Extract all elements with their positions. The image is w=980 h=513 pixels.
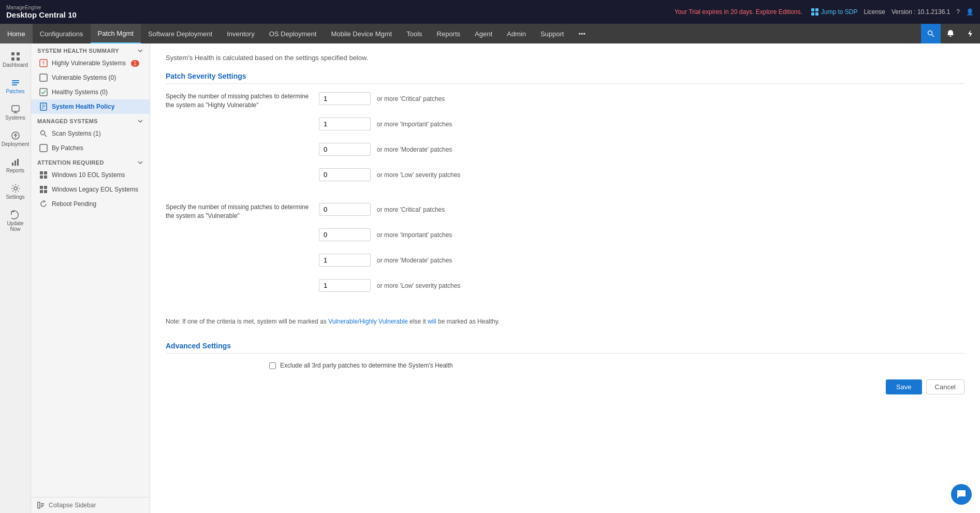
sidebar-icon-deployment-label: Deployment	[2, 141, 29, 147]
brand-bottom: Desktop Central 10	[6, 10, 77, 19]
v-low-row: or more 'Low' severity patches	[319, 279, 460, 292]
top-bar: ManageEngine Desktop Central 10 Your Tri…	[0, 0, 980, 24]
hv-important-row: or more 'Important' patches	[319, 118, 460, 130]
sidebar-icon-reports-label: Reports	[6, 168, 24, 173]
svg-rect-38	[44, 175, 47, 179]
svg-rect-43	[38, 502, 40, 508]
highly-vulnerable-label: Specify the number of missing patches to…	[166, 92, 311, 110]
sidebar-section-health-summary[interactable]: System Health Summary	[31, 43, 150, 56]
save-button[interactable]: Save	[886, 379, 922, 394]
intro-text: System's Health is calculated based on t…	[166, 54, 964, 62]
hv-critical-input[interactable]	[319, 92, 371, 105]
v-critical-suffix: or more 'Critical' patches	[377, 206, 445, 213]
hv-moderate-suffix: or more 'Moderate' patches	[377, 146, 452, 153]
nav-support[interactable]: Support	[533, 24, 572, 43]
nav-software-deployment[interactable]: Software Deployment	[141, 24, 220, 43]
svg-line-33	[45, 135, 47, 137]
nav-home[interactable]: Home	[0, 24, 33, 43]
sidebar-item-legacy-eol[interactable]: Windows Legacy EOL Systems	[31, 182, 150, 197]
hv-important-input[interactable]	[319, 118, 371, 130]
sidebar-item-health-policy-label: System Health Policy	[52, 103, 114, 110]
svg-rect-27	[40, 89, 47, 96]
hv-moderate-input[interactable]	[319, 143, 371, 156]
form-buttons: Save Cancel	[166, 379, 964, 394]
svg-rect-26	[40, 74, 47, 81]
nav-patch-mgmt[interactable]: Patch Mgmt	[91, 24, 141, 43]
svg-rect-10	[17, 57, 20, 61]
nav-admin[interactable]: Admin	[500, 24, 533, 43]
svg-rect-35	[40, 171, 43, 174]
brand-top: ManageEngine	[6, 5, 77, 10]
sidebar-icon-systems[interactable]: Systems	[0, 100, 31, 125]
user-icon[interactable]: 👤	[966, 8, 974, 16]
v-moderate-input[interactable]	[319, 254, 371, 267]
sidebar-section-health-summary-label: System Health Summary	[37, 48, 119, 54]
exclude-3rdparty-checkbox[interactable]	[269, 362, 276, 369]
sidebar-item-vulnerable-label: Vulnerable Systems (0)	[52, 74, 116, 81]
collapse-sidebar[interactable]: Collapse Sidebar	[31, 497, 150, 513]
svg-rect-20	[14, 160, 16, 166]
chat-bubble[interactable]	[951, 484, 972, 505]
v-moderate-row: or more 'Moderate' patches	[319, 254, 460, 267]
sidebar-icon-settings[interactable]: Settings	[0, 180, 31, 204]
v-moderate-suffix: or more 'Moderate' patches	[377, 257, 452, 264]
v-critical-input[interactable]	[319, 203, 371, 216]
trial-notice[interactable]: Your Trial expires in 20 days. Explore E…	[675, 8, 802, 16]
nav-configurations[interactable]: Configurations	[33, 24, 91, 43]
vulnerable-link[interactable]: Vulnerable/Highly Vulnerable	[328, 318, 408, 325]
help-icon[interactable]: ?	[956, 8, 960, 16]
v-low-input[interactable]	[319, 279, 371, 292]
hv-important-suffix: or more 'Important' patches	[377, 121, 452, 128]
sidebar-item-win10-eol-label: Windows 10 EOL Systems	[52, 171, 125, 179]
nav-mobile-device-mgmt[interactable]: Mobile Device Mgmt	[324, 24, 399, 43]
sidebar-icon-update[interactable]: Update Now	[0, 206, 31, 236]
sidebar-item-highly-vulnerable-label: Highly Vulnerable Systems	[52, 60, 126, 67]
top-bar-actions: Jump to SDP License Version : 10.1.2136.…	[811, 8, 974, 16]
sidebar-section-attention-label: Attention Required	[37, 159, 104, 166]
sidebar-icon-patches[interactable]: Patches	[0, 74, 31, 98]
nav-tools[interactable]: Tools	[399, 24, 429, 43]
svg-rect-40	[44, 186, 47, 189]
notifications-button[interactable]	[941, 24, 960, 43]
sidebar-item-reboot-pending-label: Reboot Pending	[52, 200, 96, 208]
sidebar-icon-dashboard[interactable]: Dashboard	[0, 48, 31, 72]
sidebar-item-by-patches[interactable]: By Patches	[31, 141, 150, 155]
hv-critical-suffix: or more 'Critical' patches	[377, 95, 445, 102]
hv-low-suffix: or more 'Low' severity patches	[377, 171, 460, 179]
svg-rect-3	[815, 12, 818, 16]
vulnerable-label: Specify the number of missing patches to…	[166, 203, 311, 221]
svg-point-22	[14, 187, 17, 190]
sidebar-item-win10-eol[interactable]: Windows 10 EOL Systems	[31, 168, 150, 182]
nav-inventory[interactable]: Inventory	[220, 24, 261, 43]
flash-button[interactable]	[960, 24, 980, 43]
sidebar-item-reboot-pending[interactable]: Reboot Pending	[31, 197, 150, 211]
jump-sdp-link[interactable]: Jump to SDP	[811, 8, 858, 16]
sidebar-item-health-policy[interactable]: System Health Policy	[31, 99, 150, 114]
hv-low-input[interactable]	[319, 168, 371, 181]
sidebar-item-healthy[interactable]: Healthy Systems (0)	[31, 85, 150, 99]
cancel-button[interactable]: Cancel	[926, 379, 964, 394]
svg-point-25	[43, 65, 44, 66]
highly-vulnerable-settings: Specify the number of missing patches to…	[166, 92, 964, 187]
hv-critical-row: or more 'Critical' patches	[319, 92, 460, 105]
sidebar-section-attention[interactable]: Attention Required	[31, 155, 150, 168]
sidebar-section-managed[interactable]: Managed Systems	[31, 114, 150, 126]
sidebar-icon-dashboard-label: Dashboard	[3, 62, 28, 68]
svg-line-5	[932, 35, 934, 37]
nav-more[interactable]: •••	[571, 24, 593, 43]
search-button[interactable]	[921, 24, 941, 43]
nav-agent[interactable]: Agent	[467, 24, 500, 43]
svg-rect-0	[811, 8, 814, 11]
sidebar-item-vulnerable[interactable]: Vulnerable Systems (0)	[31, 70, 150, 85]
sidebar-icon-reports[interactable]: Reports	[0, 153, 31, 178]
collapse-sidebar-label: Collapse Sidebar	[49, 502, 96, 509]
version-label: Version : 10.1.2136.1	[891, 8, 950, 16]
nav-os-deployment[interactable]: OS Deployment	[262, 24, 324, 43]
nav-bar: Home Configurations Patch Mgmt Software …	[0, 24, 980, 43]
nav-reports[interactable]: Reports	[430, 24, 468, 43]
svg-rect-9	[11, 57, 14, 61]
sidebar-icon-deployment[interactable]: Deployment	[0, 127, 31, 151]
v-important-input[interactable]	[319, 228, 371, 241]
sidebar-item-highly-vulnerable[interactable]: Highly Vulnerable Systems 1	[31, 56, 150, 70]
sidebar-item-scan-systems[interactable]: Scan Systems (1)	[31, 126, 150, 141]
